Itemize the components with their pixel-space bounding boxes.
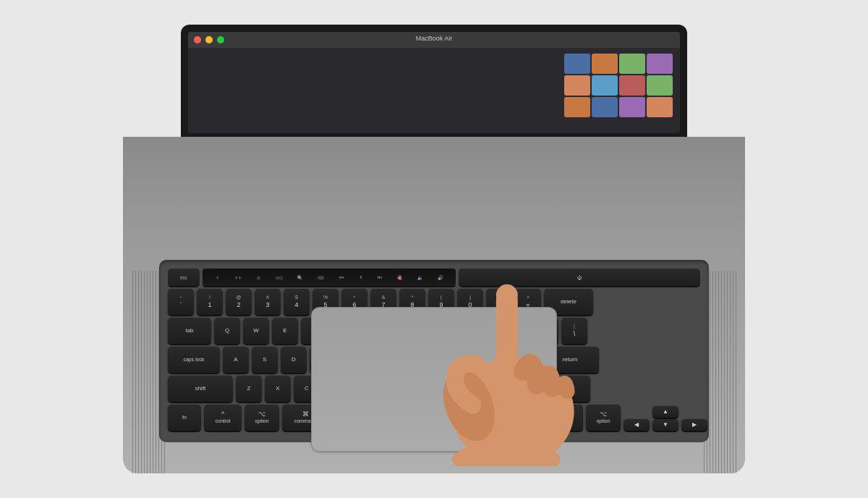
option-left-key[interactable]: ⌥option — [244, 405, 279, 431]
touchbar-f5[interactable]: 🔍 — [297, 275, 302, 280]
scene: MacBook Air — [0, 0, 868, 498]
touchbar-f10[interactable]: 🔇 — [397, 275, 402, 280]
key-4[interactable]: $4 — [284, 289, 310, 315]
touchbar-f9[interactable]: ⏭ — [378, 275, 382, 279]
shift-left-key[interactable]: shift — [168, 376, 233, 402]
pinky-finger — [561, 383, 567, 392]
facetime-thumb — [592, 97, 618, 117]
facetime-thumb — [592, 75, 618, 96]
menubar: MacBook Air — [188, 32, 680, 48]
arrow-up-key[interactable]: ▲ — [652, 406, 678, 418]
esc-key[interactable]: esc — [168, 269, 200, 286]
arrow-right-key[interactable]: ▶ — [681, 419, 707, 431]
facetime-thumb — [619, 54, 645, 74]
facetime-thumb — [647, 75, 673, 96]
traffic-light-yellow[interactable] — [205, 36, 213, 43]
facetime-thumb — [647, 97, 673, 117]
traffic-light-green[interactable] — [217, 36, 224, 43]
key-1[interactable]: !1 — [197, 289, 223, 315]
screen-content: MacBook Air — [188, 32, 680, 133]
touchbar-f3[interactable]: ⊞ — [257, 275, 260, 280]
key-2[interactable]: @2 — [226, 289, 252, 315]
facetime-thumb — [564, 75, 590, 96]
caps-lock-key[interactable]: ·caps lock — [168, 347, 220, 373]
ring-finger — [543, 374, 552, 388]
hand-overlay — [411, 249, 642, 466]
hand-svg — [411, 249, 642, 466]
key-z[interactable]: Z — [236, 376, 262, 402]
key-3[interactable]: #3 — [255, 289, 281, 315]
key-backtick[interactable]: ~` — [168, 289, 194, 315]
key-x[interactable]: X — [265, 376, 291, 402]
key-e[interactable]: E — [272, 318, 298, 344]
touchbar-f4[interactable]: ⊟⊟ — [276, 275, 283, 280]
key-s[interactable]: S — [252, 347, 278, 373]
screen-title: MacBook Air — [416, 35, 453, 42]
traffic-light-red[interactable] — [194, 36, 201, 43]
facetime-thumb — [619, 75, 645, 96]
tab-key[interactable]: tab — [168, 318, 211, 344]
touchbar-f7[interactable]: ⏮ — [339, 275, 344, 279]
facetime-thumb — [647, 54, 673, 74]
touchbar-f1[interactable]: ☀ — [216, 275, 219, 280]
key-d[interactable]: D — [281, 347, 307, 373]
touchbar-f2[interactable]: ☀☀ — [234, 275, 242, 280]
key-a[interactable]: A — [223, 347, 249, 373]
touchbar-f8[interactable]: ⏸ — [359, 275, 363, 279]
facetime-grid — [561, 51, 677, 120]
facetime-thumb — [592, 54, 618, 74]
facetime-thumb — [564, 54, 590, 74]
screen-area: MacBook Air — [181, 25, 687, 140]
arrow-updown: ▲ ▼ — [652, 406, 678, 431]
fn-key[interactable]: fn — [168, 405, 201, 431]
key-w[interactable]: W — [243, 318, 269, 344]
macbook: MacBook Air — [123, 25, 745, 473]
chassis: esc ☀ ☀☀ ⊞ ⊟⊟ 🔍 ⌨ ⏮ ⏸ ⏭ 🔇 — [123, 137, 745, 473]
touchbar-f6[interactable]: ⌨ — [318, 275, 324, 280]
control-key[interactable]: ^control — [204, 405, 242, 431]
key-q[interactable]: Q — [214, 318, 240, 344]
facetime-thumb — [564, 97, 590, 117]
arrow-down-key[interactable]: ▼ — [652, 419, 678, 431]
fingertip — [496, 284, 518, 306]
facetime-thumb — [619, 97, 645, 117]
